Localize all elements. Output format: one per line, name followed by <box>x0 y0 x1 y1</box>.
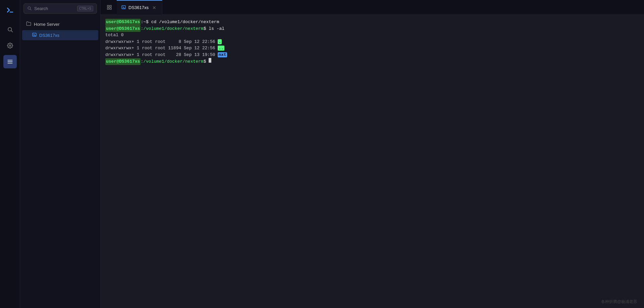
watermark-text: 各种折腾@杨浦老苏 <box>601 299 637 304</box>
sidebar: Search CTRL+S Home Server DS3617xs <box>20 0 101 308</box>
search-bar[interactable]: Search CTRL+S <box>23 3 97 14</box>
current-prompt-path: :/volume1/docker/nexterm <box>141 58 203 65</box>
terminal-icon <box>32 33 37 38</box>
folder-icon <box>26 21 31 27</box>
tab-grid-button[interactable] <box>103 1 115 13</box>
icon-rail <box>0 0 20 308</box>
terminal-output-row3: drwxrwxrwx+ 1 root root 28 Sep 13 19:50 … <box>105 52 639 58</box>
svg-line-8 <box>30 9 31 10</box>
rail-settings-icon[interactable] <box>3 39 17 52</box>
prompt-dollar-1: :~$ <box>141 19 151 25</box>
terminal[interactable]: user@DS3617xs:~$ cd /volume1/docker/next… <box>101 15 644 308</box>
svg-rect-11 <box>107 5 109 7</box>
app-logo <box>3 3 17 17</box>
svg-rect-12 <box>110 5 111 7</box>
search-shortcut: CTRL+S <box>77 6 93 11</box>
current-prompt-dollar: $ <box>204 58 209 65</box>
tab-terminal-icon <box>121 5 126 10</box>
rail-connections-icon[interactable] <box>3 55 17 68</box>
svg-point-3 <box>9 45 11 47</box>
ds3617xs-label: DS3617xs <box>39 33 59 38</box>
svg-rect-14 <box>110 8 111 9</box>
search-icon <box>27 6 32 11</box>
sidebar-section-home-server: Home Server DS3617xs <box>20 17 100 42</box>
rail-search-icon[interactable] <box>3 23 17 36</box>
watermark: 各种折腾@杨浦老苏 <box>601 299 637 305</box>
main-area: DS3617xs ✕ user@DS3617xs:~$ cd /volume1/… <box>101 0 644 308</box>
prompt-user-2: user@DS3617xs <box>105 25 141 32</box>
svg-rect-13 <box>107 8 109 9</box>
sidebar-item-ds3617xs[interactable]: DS3617xs <box>22 30 98 40</box>
home-server-label: Home Server <box>34 22 60 27</box>
tab-close-button[interactable]: ✕ <box>151 5 157 11</box>
terminal-cursor <box>209 58 211 63</box>
prompt-dollar-2: $ <box>204 25 209 32</box>
search-placeholder: Search <box>34 6 74 11</box>
tab-ds3617xs-label: DS3617xs <box>128 5 149 10</box>
prompt-path-2: :/volume1/docker/nexterm <box>141 25 203 32</box>
terminal-output-total: total 0 <box>105 32 639 39</box>
terminal-current-prompt: user@DS3617xs:/volume1/docker/nexterm$ <box>105 58 639 65</box>
command-1: cd /volume1/docker/nexterm <box>151 19 219 25</box>
prompt-user-1: user@DS3617xs <box>105 19 141 25</box>
terminal-line-2: user@DS3617xs:/volume1/docker/nexterm$ l… <box>105 25 639 32</box>
tab-bar: DS3617xs ✕ <box>101 0 644 15</box>
current-prompt-user: user@DS3617xs <box>105 58 141 65</box>
tab-ds3617xs[interactable]: DS3617xs ✕ <box>117 0 162 15</box>
sidebar-group-home-server[interactable]: Home Server <box>22 18 98 30</box>
svg-line-2 <box>11 30 12 32</box>
terminal-output-row2: drwxrwxrwx+ 1 root root 11894 Sep 12 22:… <box>105 45 639 52</box>
terminal-output-row1: drwxrwxrwx+ 1 root root 8 Sep 12 22:56 . <box>105 39 639 45</box>
command-2: ls -al <box>209 25 224 32</box>
terminal-line-1: user@DS3617xs:~$ cd /volume1/docker/next… <box>105 19 639 25</box>
